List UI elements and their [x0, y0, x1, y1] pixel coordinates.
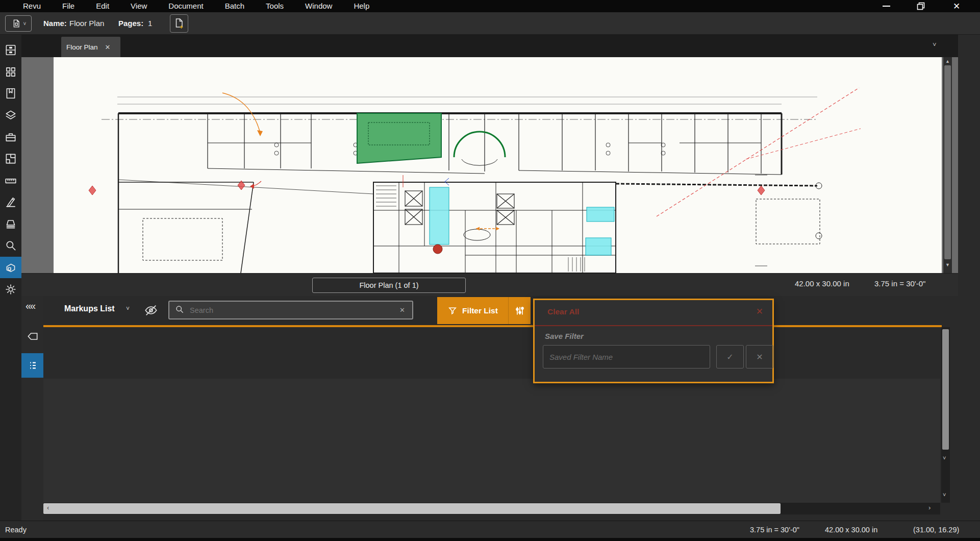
navigation-toolbar: Floor Plan (1 of 1) 42.00 x 30.00 in 3.7…	[21, 273, 958, 296]
menu-view[interactable]: View	[120, 0, 158, 12]
table-vertical-scrollbar[interactable]: ˅ ˅	[941, 327, 950, 503]
status-coordinates: (31.00, 16.29)	[913, 526, 959, 534]
table-scroll-down-icon-2[interactable]: ˅	[943, 491, 946, 498]
menu-document[interactable]: Document	[158, 0, 214, 12]
markups-panel: «« Markups List ˅ ✕	[21, 296, 958, 521]
scroll-down-icon[interactable]: ▼	[943, 261, 952, 268]
status-ready: Ready	[5, 526, 27, 534]
drawing-viewport[interactable]: ▲ ▼	[21, 57, 958, 273]
page-navigation-field[interactable]: Floor Plan (1 of 1)	[312, 278, 466, 293]
revu-application-window: RevuFileEditViewDocumentBatchToolsWindow…	[0, 0, 980, 541]
previous-view-icon[interactable]	[26, 330, 39, 345]
table-scroll-down-icon[interactable]: ˅	[943, 455, 946, 461]
search-icon[interactable]	[0, 235, 21, 256]
status-page-size: 42.00 x 30.00 in	[825, 526, 877, 534]
filter-list-button[interactable]: Filter List	[437, 297, 508, 324]
markups-side-strip: ««	[21, 296, 43, 521]
popup-divider	[535, 325, 772, 326]
tab-bar: Floor Plan ✕ ˅	[21, 35, 958, 57]
menu-revu[interactable]: Revu	[12, 0, 52, 12]
saved-filter-name-input[interactable]	[543, 345, 710, 368]
menu-edit[interactable]: Edit	[85, 0, 120, 12]
panel-expand-chevron-icon[interactable]: ˅	[933, 41, 937, 48]
office-261-highlight-markup[interactable]	[587, 207, 614, 222]
doc-pages-value: 1	[148, 19, 152, 28]
drawing-scroll-thumb[interactable]	[944, 65, 951, 259]
doc-name-value: Floor Plan	[69, 19, 104, 28]
scale-readout: 3.75 in = 30'-0"	[874, 279, 925, 288]
tab-close-icon[interactable]: ✕	[105, 43, 111, 51]
status-scale: 3.75 in = 30'-0"	[750, 526, 799, 534]
document-combo-icon[interactable]: ˅	[5, 15, 32, 32]
menu-window[interactable]: Window	[294, 0, 343, 12]
scroll-left-icon[interactable]: ‹	[47, 504, 49, 511]
close-icon[interactable]: ✕	[945, 0, 968, 12]
menu-bar: RevuFileEditViewDocumentBatchToolsWindow…	[0, 0, 980, 12]
left-sidebar	[0, 35, 21, 541]
markups-header: Markups List ˅ ✕ Filter List	[43, 296, 958, 325]
filter-popup: Clear All ✕ Save Filter ✓ ✕	[533, 299, 774, 383]
popup-close-icon[interactable]: ✕	[756, 306, 763, 317]
markups-list-title[interactable]: Markups List	[64, 304, 115, 313]
measurements-icon[interactable]	[0, 170, 21, 191]
save-filter-label: Save Filter	[545, 332, 584, 340]
layers-icon[interactable]	[0, 105, 21, 126]
search-input[interactable]	[190, 306, 392, 314]
bookmarks-icon[interactable]	[0, 83, 21, 104]
doc-name-label: Name:	[43, 19, 67, 28]
markups-list-icon[interactable]	[21, 353, 43, 378]
confirm-filter-button[interactable]: ✓	[716, 345, 744, 368]
cancel-filter-button[interactable]: ✕	[746, 345, 773, 368]
scroll-right-icon[interactable]: ›	[928, 504, 931, 511]
document-toolbar: ˅ Name: Floor Plan Pages: 1	[0, 12, 980, 35]
studio-icon[interactable]	[0, 213, 21, 235]
filter-active-indicator	[43, 325, 942, 327]
menu-batch[interactable]: Batch	[214, 0, 255, 12]
sets-icon[interactable]	[0, 257, 21, 278]
pdf-page	[54, 57, 942, 273]
thumbnails-icon[interactable]	[0, 61, 21, 83]
restore-icon[interactable]	[909, 0, 933, 12]
copy-262-highlight-markup[interactable]	[586, 238, 611, 255]
file-access-icon[interactable]	[0, 39, 21, 61]
filter-settings-icon[interactable]	[508, 297, 531, 324]
settings-icon[interactable]	[0, 279, 21, 300]
doc-pages-label: Pages:	[118, 19, 143, 28]
menu-file[interactable]: File	[52, 0, 85, 12]
scroll-up-icon[interactable]: ▲	[943, 58, 952, 65]
filter-list-label: Filter List	[462, 306, 498, 315]
menu-help[interactable]: Help	[343, 0, 380, 12]
drawing-vertical-scrollbar[interactable]: ▲ ▼	[943, 57, 952, 273]
tab-floor-plan[interactable]: Floor Plan ✕	[61, 37, 120, 57]
search-box[interactable]: ✕	[168, 301, 413, 319]
hide-markups-icon[interactable]	[143, 303, 159, 320]
tool-chest-icon[interactable]	[0, 126, 21, 147]
search-icon	[174, 304, 185, 316]
status-bar: Ready 3.75 in = 30'-0" 42.00 x 30.00 in …	[0, 521, 980, 541]
signatures-icon[interactable]	[0, 191, 21, 213]
horizontal-scrollbar[interactable]: ‹ ›	[43, 503, 940, 514]
page-size-readout: 42.00 x 30.00 in	[795, 279, 849, 288]
red-circle-markup[interactable]	[433, 244, 442, 254]
markups-table-body	[43, 379, 940, 503]
collapse-panel-icon[interactable]: ««	[26, 300, 35, 312]
markups-list-panel: Markups List ˅ ✕ Filter List	[43, 296, 958, 521]
shaft-highlight-markup[interactable]	[430, 187, 449, 244]
menu-tools[interactable]: Tools	[255, 0, 294, 12]
markups-title-chevron-icon[interactable]: ˅	[126, 305, 130, 312]
new-page-icon[interactable]	[170, 14, 188, 33]
spaces-icon[interactable]	[0, 148, 21, 169]
minimize-icon[interactable]	[874, 0, 898, 12]
tab-title: Floor Plan	[66, 43, 98, 51]
conference-207-markup[interactable]	[357, 113, 441, 163]
clear-all-button[interactable]: Clear All	[547, 307, 579, 316]
floor-plan-canvas[interactable]	[21, 57, 958, 273]
search-clear-icon[interactable]: ✕	[399, 306, 405, 314]
